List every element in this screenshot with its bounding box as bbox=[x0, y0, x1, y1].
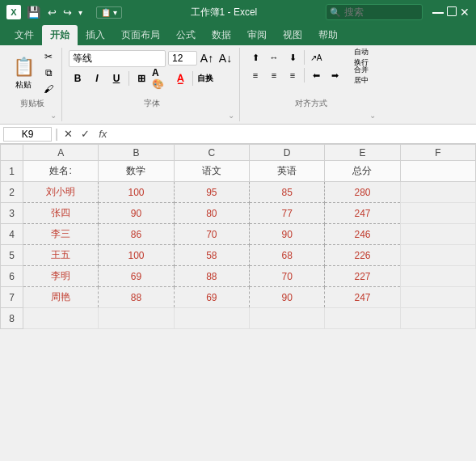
cell-2-F[interactable] bbox=[400, 182, 475, 203]
indent-decrease-button[interactable]: ⬅ bbox=[307, 67, 325, 83]
cell-5-A[interactable]: 王五 bbox=[23, 245, 99, 266]
cell-6-A[interactable]: 李明 bbox=[23, 266, 99, 287]
cell-3-E[interactable]: 247 bbox=[325, 203, 400, 224]
tab-insert[interactable]: 插入 bbox=[78, 25, 113, 45]
cell-4-F[interactable] bbox=[400, 224, 475, 245]
row-number-5[interactable]: 5 bbox=[1, 245, 23, 266]
spreadsheet-area[interactable]: A B C D E F 1姓名:数学语文英语总分2刘小明10095852803张… bbox=[0, 144, 476, 354]
maximize-button[interactable] bbox=[447, 6, 457, 16]
underline-button[interactable]: U bbox=[107, 70, 125, 87]
border-button[interactable]: ⊞ bbox=[133, 70, 150, 87]
align-right-button[interactable]: ≡ bbox=[284, 67, 301, 83]
wrap-button[interactable]: 自换 bbox=[196, 70, 214, 87]
align-bottom-button[interactable]: ⬇ bbox=[284, 49, 301, 66]
col-header-F[interactable]: F bbox=[400, 145, 475, 161]
angle-text-button[interactable]: ↗A bbox=[307, 49, 325, 66]
cell-2-A[interactable]: 刘小明 bbox=[23, 182, 99, 203]
cell-7-F[interactable] bbox=[400, 287, 475, 308]
cell-1-B[interactable]: 数学 bbox=[99, 161, 174, 182]
tab-review[interactable]: 审阅 bbox=[239, 25, 275, 45]
paste-button[interactable]: 📋 粘贴 bbox=[8, 53, 39, 92]
cell-1-A[interactable]: 姓名: bbox=[23, 161, 99, 182]
cell-5-F[interactable] bbox=[400, 245, 475, 266]
row-number-8[interactable]: 8 bbox=[1, 308, 23, 329]
row-number-4[interactable]: 4 bbox=[1, 224, 23, 245]
tab-home[interactable]: 开始 bbox=[42, 25, 78, 45]
font-shrink-button[interactable]: A↓ bbox=[217, 49, 234, 67]
cell-6-C[interactable]: 88 bbox=[174, 266, 249, 287]
clipboard-expand[interactable]: ⌄ bbox=[50, 111, 57, 120]
col-header-E[interactable]: E bbox=[325, 145, 400, 161]
cell-3-B[interactable]: 90 bbox=[99, 203, 174, 224]
cell-1-D[interactable]: 英语 bbox=[249, 161, 324, 182]
cell-5-E[interactable]: 226 bbox=[325, 245, 400, 266]
cell-8-B[interactable] bbox=[99, 308, 174, 329]
merge-center-button[interactable]: 合并居中 bbox=[347, 67, 376, 83]
cell-2-D[interactable]: 85 bbox=[249, 182, 324, 203]
save-button[interactable]: 💾 bbox=[26, 5, 40, 19]
row-number-6[interactable]: 6 bbox=[1, 266, 23, 287]
cell-7-D[interactable]: 90 bbox=[249, 287, 324, 308]
cell-4-D[interactable]: 90 bbox=[249, 224, 324, 245]
bold-button[interactable]: B bbox=[69, 70, 86, 87]
align-expand[interactable]: ⌄ bbox=[369, 111, 376, 120]
cell-4-A[interactable]: 李三 bbox=[23, 224, 99, 245]
cell-6-B[interactable]: 69 bbox=[99, 266, 174, 287]
cell-6-D[interactable]: 70 bbox=[249, 266, 324, 287]
font-color-button[interactable]: A̲ bbox=[171, 70, 189, 87]
font-expand[interactable]: ⌄ bbox=[228, 111, 234, 120]
tab-help[interactable]: 帮助 bbox=[310, 25, 346, 45]
align-left-button[interactable]: ≡ bbox=[246, 67, 264, 83]
col-header-B[interactable]: B bbox=[99, 145, 174, 161]
format-painter-button[interactable]: 🖌 bbox=[40, 82, 57, 96]
cell-7-E[interactable]: 247 bbox=[325, 287, 400, 308]
col-header-C[interactable]: C bbox=[174, 145, 249, 161]
row-number-2[interactable]: 2 bbox=[1, 182, 23, 203]
cell-5-B[interactable]: 100 bbox=[99, 245, 174, 266]
cell-8-E[interactable] bbox=[325, 308, 400, 329]
align-middle-button[interactable]: ↔ bbox=[265, 49, 283, 66]
font-size-input[interactable]: 12 bbox=[168, 51, 197, 66]
cell-3-C[interactable]: 80 bbox=[174, 203, 249, 224]
row-number-7[interactable]: 7 bbox=[1, 287, 23, 308]
cell-1-C[interactable]: 语文 bbox=[174, 161, 249, 182]
redo-button[interactable]: ↪ bbox=[61, 6, 74, 19]
cell-1-F[interactable] bbox=[400, 161, 475, 182]
more-commands-button[interactable]: ▾ bbox=[76, 7, 85, 18]
tab-data[interactable]: 数据 bbox=[204, 25, 239, 45]
tab-view[interactable]: 视图 bbox=[275, 25, 310, 45]
wrap-text-button[interactable]: 自动换行 bbox=[347, 49, 376, 66]
customize-button[interactable]: 📋 ▾ bbox=[96, 6, 122, 19]
cell-5-C[interactable]: 58 bbox=[174, 245, 249, 266]
copy-button[interactable]: ⧉ bbox=[40, 66, 57, 80]
cell-6-F[interactable] bbox=[400, 266, 475, 287]
formula-input[interactable] bbox=[113, 129, 473, 140]
cell-2-E[interactable]: 280 bbox=[325, 182, 400, 203]
tab-file[interactable]: 文件 bbox=[6, 25, 42, 45]
fill-color-button[interactable]: A🎨 bbox=[152, 70, 170, 87]
cell-7-A[interactable]: 周艳 bbox=[23, 287, 99, 308]
indent-increase-button[interactable]: ➡ bbox=[326, 67, 343, 83]
cell-3-A[interactable]: 张四 bbox=[23, 203, 99, 224]
col-header-A[interactable]: A bbox=[23, 145, 99, 161]
cell-3-F[interactable] bbox=[400, 203, 475, 224]
cell-8-D[interactable] bbox=[249, 308, 324, 329]
cell-7-C[interactable]: 69 bbox=[174, 287, 249, 308]
close-button[interactable]: ✕ bbox=[460, 6, 470, 18]
align-center-button[interactable]: ≡ bbox=[265, 67, 283, 83]
tab-pagelayout[interactable]: 页面布局 bbox=[113, 25, 168, 45]
cell-2-B[interactable]: 100 bbox=[99, 182, 174, 203]
row-number-3[interactable]: 3 bbox=[1, 203, 23, 224]
cell-4-C[interactable]: 70 bbox=[174, 224, 249, 245]
col-header-D[interactable]: D bbox=[249, 145, 324, 161]
font-grow-button[interactable]: A↑ bbox=[198, 49, 216, 67]
cell-5-D[interactable]: 68 bbox=[249, 245, 324, 266]
font-name-selector[interactable]: 等线 bbox=[69, 50, 166, 67]
align-top-button[interactable]: ⬆ bbox=[246, 49, 264, 66]
cell-8-F[interactable] bbox=[400, 308, 475, 329]
confirm-button[interactable]: ✓ bbox=[78, 128, 92, 140]
cell-6-E[interactable]: 227 bbox=[325, 266, 400, 287]
cell-7-B[interactable]: 88 bbox=[99, 287, 174, 308]
italic-button[interactable]: I bbox=[88, 70, 106, 87]
tab-formulas[interactable]: 公式 bbox=[168, 25, 204, 45]
